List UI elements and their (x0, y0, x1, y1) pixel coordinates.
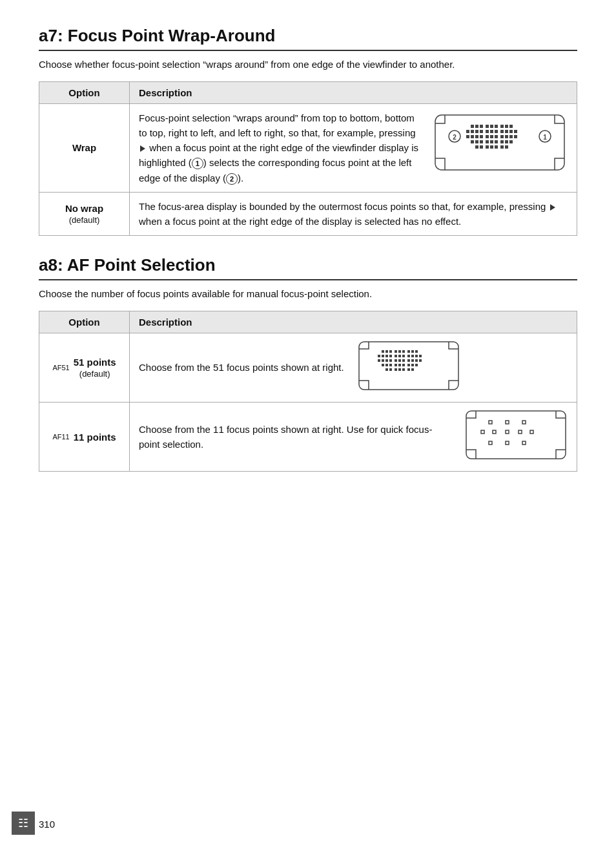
svg-rect-55 (389, 350, 392, 353)
svg-rect-23 (475, 135, 478, 138)
page-number: 310 (39, 819, 55, 830)
svg-rect-18 (505, 130, 508, 133)
svg-rect-35 (486, 140, 489, 143)
a8-desc-11: Choose from the 11 focus points shown at… (130, 403, 577, 472)
svg-rect-71 (415, 355, 418, 357)
svg-rect-91 (411, 364, 414, 366)
svg-rect-78 (398, 359, 401, 362)
svg-rect-93 (385, 368, 388, 371)
svg-rect-7 (500, 125, 504, 128)
svg-rect-61 (415, 350, 418, 353)
svg-rect-41 (475, 145, 478, 149)
a7-desc-wrap: Focus-point selection “wraps around” fro… (130, 103, 577, 192)
svg-rect-31 (514, 135, 517, 138)
svg-rect-21 (466, 135, 469, 138)
svg-rect-105 (493, 430, 496, 434)
svg-rect-98 (407, 368, 410, 371)
af51-sub: (default) (79, 369, 110, 379)
svg-rect-10 (466, 130, 469, 133)
a7-col-description: Description (130, 81, 577, 103)
af11-diagram (464, 409, 568, 465)
svg-rect-83 (419, 359, 422, 362)
svg-text:1: 1 (543, 134, 547, 141)
a7-desc-nowrap: The focus-area display is bounded by the… (130, 192, 577, 236)
svg-rect-16 (495, 130, 498, 133)
svg-rect-70 (411, 355, 414, 357)
svg-rect-28 (500, 135, 504, 138)
svg-rect-109 (489, 441, 492, 445)
svg-rect-53 (382, 350, 384, 353)
svg-rect-19 (509, 130, 513, 133)
svg-rect-47 (505, 145, 508, 149)
svg-rect-84 (382, 364, 384, 366)
section-a8-divider (39, 279, 577, 280)
svg-rect-58 (402, 350, 405, 353)
svg-rect-80 (407, 359, 410, 362)
table-row: No wrap (default) The focus-area display… (39, 192, 577, 236)
af11-cell-inner: Choose from the 11 focus points shown at… (139, 409, 568, 465)
svg-rect-62 (378, 355, 380, 357)
svg-rect-64 (385, 355, 388, 357)
svg-rect-5 (490, 125, 493, 128)
svg-rect-12 (475, 130, 478, 133)
svg-rect-30 (509, 135, 513, 138)
svg-rect-40 (509, 140, 513, 143)
svg-rect-74 (382, 359, 384, 362)
svg-rect-63 (382, 355, 384, 357)
svg-rect-45 (495, 145, 498, 149)
svg-rect-46 (500, 145, 504, 149)
svg-rect-68 (402, 355, 405, 357)
svg-rect-29 (505, 135, 508, 138)
section-a8-description: Choose the number of focus points availa… (39, 287, 577, 302)
svg-rect-8 (505, 125, 508, 128)
svg-rect-17 (500, 130, 504, 133)
section-a7-divider (39, 50, 577, 51)
table-row: Wrap Focus-point selection “wraps around… (39, 103, 577, 192)
svg-rect-39 (505, 140, 508, 143)
note-icon-inner: ☷ (18, 816, 28, 830)
svg-rect-25 (486, 135, 489, 138)
svg-rect-43 (486, 145, 489, 149)
af51-text: Choose from the 51 focus points shown at… (139, 360, 344, 375)
af51-prefix: AF51 (52, 364, 69, 372)
svg-rect-86 (389, 364, 392, 366)
vf-wrap-svg: 2 1 (432, 112, 568, 173)
vf-af11-svg (464, 409, 568, 461)
svg-rect-27 (495, 135, 498, 138)
svg-rect-106 (506, 430, 509, 434)
a8-option-51: AF51 51 points (default) (39, 333, 130, 402)
svg-rect-13 (480, 130, 483, 133)
a7-wrap-label: Wrap (72, 142, 96, 153)
vf-af51-svg (357, 340, 460, 392)
a8-desc-51: Choose from the 51 focus points shown at… (130, 333, 577, 402)
af11-label: 11 points (74, 432, 116, 443)
svg-rect-34 (480, 140, 483, 143)
svg-rect-107 (518, 430, 522, 434)
af51-label: 51 points (74, 357, 116, 368)
svg-rect-76 (389, 359, 392, 362)
svg-rect-89 (402, 364, 405, 366)
svg-rect-9 (509, 125, 513, 128)
table-row: AF51 51 points (default) Choose from the… (39, 333, 577, 402)
svg-rect-92 (415, 364, 418, 366)
table-row: AF11 11 points Choose from the 11 focus … (39, 403, 577, 472)
svg-rect-32 (471, 140, 474, 143)
a7-nowrap-label: No wrap (65, 203, 103, 214)
af11-text: Choose from the 11 focus points shown at… (139, 422, 451, 452)
svg-rect-79 (402, 359, 405, 362)
wrap-cell-inner: Focus-point selection “wraps around” fro… (139, 110, 568, 185)
section-a7-title: a7: Focus Point Wrap-Around (39, 26, 577, 46)
svg-rect-81 (411, 359, 414, 362)
svg-rect-97 (402, 368, 405, 371)
svg-rect-99 (411, 368, 414, 371)
a8-col-description: Description (130, 311, 577, 333)
circle-2: 2 (226, 173, 238, 185)
svg-rect-24 (480, 135, 483, 138)
svg-rect-38 (500, 140, 504, 143)
wrap-diagram: 2 1 (432, 112, 568, 177)
section-a7-table: Option Description Wrap Focus-point sele… (39, 81, 577, 236)
af11-prefix: AF11 (52, 433, 69, 441)
svg-rect-108 (530, 430, 533, 434)
svg-rect-11 (471, 130, 474, 133)
wrap-text: Focus-point selection “wraps around” fro… (139, 110, 420, 185)
